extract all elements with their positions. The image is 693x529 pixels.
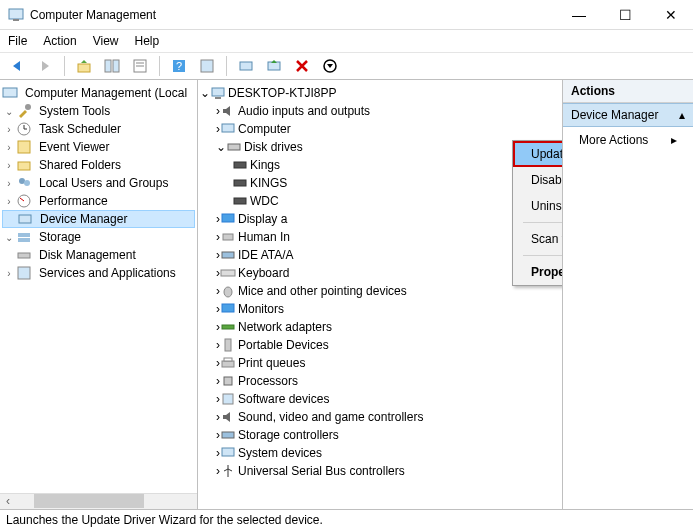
tree-event-viewer[interactable]: ›Event Viewer: [2, 138, 195, 156]
cat-display[interactable]: ›Display a: [200, 210, 560, 228]
usb-icon: [220, 463, 236, 479]
svg-rect-42: [222, 361, 234, 367]
expand-icon[interactable]: ›: [2, 178, 16, 189]
status-text: Launches the Update Driver Wizard for th…: [6, 513, 323, 527]
context-menu: Update driver Disable device Uninstall d…: [512, 140, 563, 286]
svg-rect-18: [18, 162, 30, 170]
performance-icon: [16, 193, 32, 209]
collapse-icon: ▴: [679, 108, 685, 122]
uninstall-button[interactable]: [291, 55, 313, 77]
computer-management-icon: [2, 85, 18, 101]
actions-group[interactable]: Device Manager ▴: [563, 103, 693, 127]
cat-monitors[interactable]: ›Monitors: [200, 300, 560, 318]
status-bar: Launches the Update Driver Wizard for th…: [0, 509, 693, 529]
tree-performance[interactable]: ›Performance: [2, 192, 195, 210]
cat-disk-drives[interactable]: ⌄Disk drives: [200, 138, 560, 156]
up-button[interactable]: [73, 55, 95, 77]
back-button[interactable]: [6, 55, 28, 77]
refresh-button[interactable]: [196, 55, 218, 77]
maximize-button[interactable]: ☐: [611, 7, 639, 23]
forward-button[interactable]: [34, 55, 56, 77]
svg-rect-31: [234, 162, 246, 168]
cat-storage[interactable]: ›Storage controllers: [200, 426, 560, 444]
collapse-icon[interactable]: ⌄: [216, 140, 226, 154]
cat-audio[interactable]: ›Audio inputs and outputs: [200, 102, 560, 120]
tree-root[interactable]: Computer Management (Local: [2, 84, 195, 102]
disk-wdc[interactable]: WDC: [200, 192, 560, 210]
disk-kings2[interactable]: KINGS: [200, 174, 560, 192]
expand-icon[interactable]: ›: [2, 268, 16, 279]
cat-sound[interactable]: ›Sound, video and game controllers: [200, 408, 560, 426]
collapse-icon[interactable]: ⌄: [2, 106, 16, 117]
expand-icon[interactable]: ›: [2, 142, 16, 153]
ctx-update-driver[interactable]: Update driver: [513, 141, 563, 167]
software-icon: [220, 391, 236, 407]
collapse-icon[interactable]: ⌄: [2, 232, 16, 243]
cat-mice[interactable]: ›Mice and other pointing devices: [200, 282, 560, 300]
menu-action[interactable]: Action: [43, 34, 76, 48]
cat-processors[interactable]: ›Processors: [200, 372, 560, 390]
svg-rect-46: [222, 432, 234, 438]
event-icon: [16, 139, 32, 155]
cat-ide[interactable]: ›IDE ATA/A: [200, 246, 560, 264]
hid-icon: [220, 229, 236, 245]
ctx-uninstall-device[interactable]: Uninstall device: [513, 193, 563, 219]
tree-local-users[interactable]: ›Local Users and Groups: [2, 174, 195, 192]
disable-button[interactable]: [319, 55, 341, 77]
device-root[interactable]: ⌄DESKTOP-KTJI8PP: [200, 84, 560, 102]
disk-drive-icon: [232, 157, 248, 173]
svg-rect-27: [212, 88, 224, 96]
tree-system-tools[interactable]: ⌄System Tools: [2, 102, 195, 120]
keyboard-icon: [220, 265, 236, 281]
ctx-disable-device[interactable]: Disable device: [513, 167, 563, 193]
computer-icon: [220, 121, 236, 137]
minimize-button[interactable]: —: [565, 7, 593, 23]
svg-rect-26: [18, 267, 30, 279]
navigation-tree[interactable]: Computer Management (Local ⌄System Tools…: [0, 80, 197, 493]
title-bar: Computer Management — ☐ ✕: [0, 0, 693, 30]
svg-rect-39: [222, 304, 234, 312]
cat-usb[interactable]: ›Universal Serial Bus controllers: [200, 462, 560, 480]
cat-portable[interactable]: ›Portable Devices: [200, 336, 560, 354]
expand-icon[interactable]: ›: [2, 160, 16, 171]
expand-icon[interactable]: ›: [2, 124, 16, 135]
cat-software[interactable]: ›Software devices: [200, 390, 560, 408]
ctx-scan-hardware[interactable]: Scan for hardware changes: [513, 226, 563, 252]
svg-point-20: [24, 180, 30, 186]
tree-shared-folders[interactable]: ›Shared Folders: [2, 156, 195, 174]
help-button[interactable]: ?: [168, 55, 190, 77]
menu-help[interactable]: Help: [135, 34, 160, 48]
horizontal-scrollbar[interactable]: ‹: [0, 493, 197, 509]
disk-drive-icon: [232, 175, 248, 191]
ctx-properties[interactable]: Properties: [513, 259, 563, 285]
cat-hid[interactable]: ›Human In: [200, 228, 560, 246]
collapse-icon[interactable]: ⌄: [200, 86, 210, 100]
svg-rect-23: [18, 233, 30, 237]
svg-rect-4: [113, 60, 119, 72]
close-button[interactable]: ✕: [657, 7, 685, 23]
cat-computer[interactable]: ›Computer: [200, 120, 560, 138]
cat-keyboard[interactable]: ›Keyboard: [200, 264, 560, 282]
disk-kings[interactable]: Kings: [200, 156, 560, 174]
more-actions[interactable]: More Actions ▸: [563, 127, 693, 153]
tree-device-manager[interactable]: Device Manager: [2, 210, 195, 228]
menu-file[interactable]: File: [8, 34, 27, 48]
properties-button[interactable]: [129, 55, 151, 77]
cat-print[interactable]: ›Print queues: [200, 354, 560, 372]
tree-storage[interactable]: ⌄Storage: [2, 228, 195, 246]
mouse-icon: [220, 283, 236, 299]
scope-pane: Computer Management (Local ⌄System Tools…: [0, 80, 198, 509]
expand-icon[interactable]: ›: [2, 196, 16, 207]
show-hide-button[interactable]: [101, 55, 123, 77]
app-icon: [8, 7, 24, 23]
scan-hardware-button[interactable]: [235, 55, 257, 77]
update-driver-button[interactable]: [263, 55, 285, 77]
system-icon: [220, 445, 236, 461]
tree-task-scheduler[interactable]: ›Task Scheduler: [2, 120, 195, 138]
tree-services-apps[interactable]: ›Services and Applications: [2, 264, 195, 282]
tree-disk-management[interactable]: Disk Management: [2, 246, 195, 264]
cat-system[interactable]: ›System devices: [200, 444, 560, 462]
cat-network[interactable]: ›Network adapters: [200, 318, 560, 336]
svg-rect-45: [223, 394, 233, 404]
menu-view[interactable]: View: [93, 34, 119, 48]
